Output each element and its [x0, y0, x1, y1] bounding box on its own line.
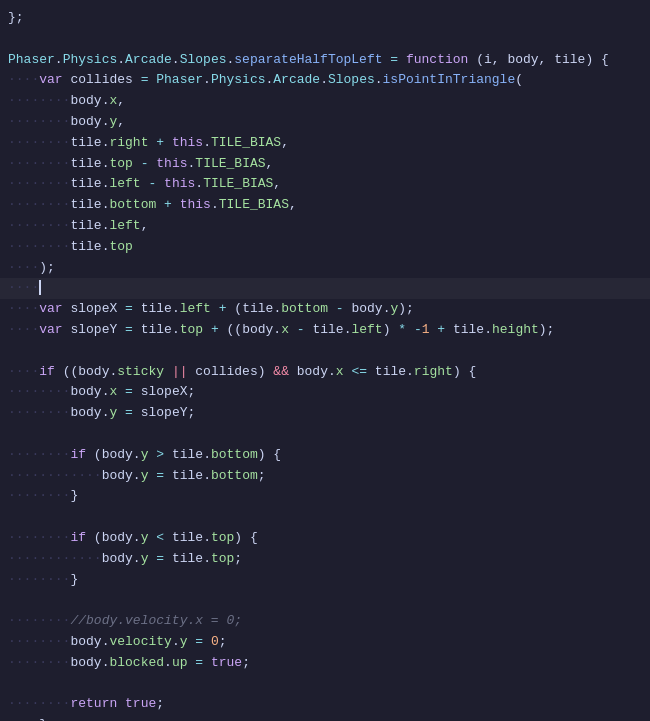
code-line-11: ········tile.left, — [0, 216, 650, 237]
code-line-35: ····} — [0, 715, 650, 721]
code-line-23: ············body.y = tile.bottom; — [0, 466, 650, 487]
code-line-17 — [0, 341, 650, 362]
code-line-24: ········} — [0, 486, 650, 507]
code-line-25 — [0, 507, 650, 528]
code-line-27: ············body.y = tile.top; — [0, 549, 650, 570]
code-line-3: Phaser.Physics.Arcade.Slopes.separateHal… — [0, 50, 650, 71]
code-line-6: ········body.y, — [0, 112, 650, 133]
code-line-16: ····var slopeY = tile.top + ((body.x - t… — [0, 320, 650, 341]
code-line-31: ········body.velocity.y = 0; — [0, 632, 650, 653]
code-line-2 — [0, 29, 650, 50]
code-line-12: ········tile.top — [0, 237, 650, 258]
code-line-9: ········tile.left - this.TILE_BIAS, — [0, 174, 650, 195]
code-line-20: ········body.y = slopeY; — [0, 403, 650, 424]
code-line-34: ········return true; — [0, 694, 650, 715]
code-line-8: ········tile.top - this.TILE_BIAS, — [0, 154, 650, 175]
code-line-32: ········body.blocked.up = true; — [0, 653, 650, 674]
code-line-21 — [0, 424, 650, 445]
code-line-10: ········tile.bottom + this.TILE_BIAS, — [0, 195, 650, 216]
code-line-22: ········if (body.y > tile.bottom) { — [0, 445, 650, 466]
code-line-18: ····if ((body.sticky || collides) && bod… — [0, 362, 650, 383]
code-line-14: ···· — [0, 278, 650, 299]
code-line-19: ········body.x = slopeX; — [0, 382, 650, 403]
code-editor: }; Phaser.Physics.Arcade.Slopes.separate… — [0, 0, 650, 721]
code-line-15: ····var slopeX = tile.left + (tile.botto… — [0, 299, 650, 320]
code-line-29 — [0, 590, 650, 611]
code-line-4: ····var collides = Phaser.Physics.Arcade… — [0, 70, 650, 91]
code-line-28: ········} — [0, 570, 650, 591]
code-line-5: ········body.x, — [0, 91, 650, 112]
code-line-13: ····); — [0, 258, 650, 279]
code-line-33 — [0, 674, 650, 695]
code-line-1: }; — [0, 8, 650, 29]
code-line-26: ········if (body.y < tile.top) { — [0, 528, 650, 549]
code-line-7: ········tile.right + this.TILE_BIAS, — [0, 133, 650, 154]
code-line-30: ········//body.velocity.x = 0; — [0, 611, 650, 632]
